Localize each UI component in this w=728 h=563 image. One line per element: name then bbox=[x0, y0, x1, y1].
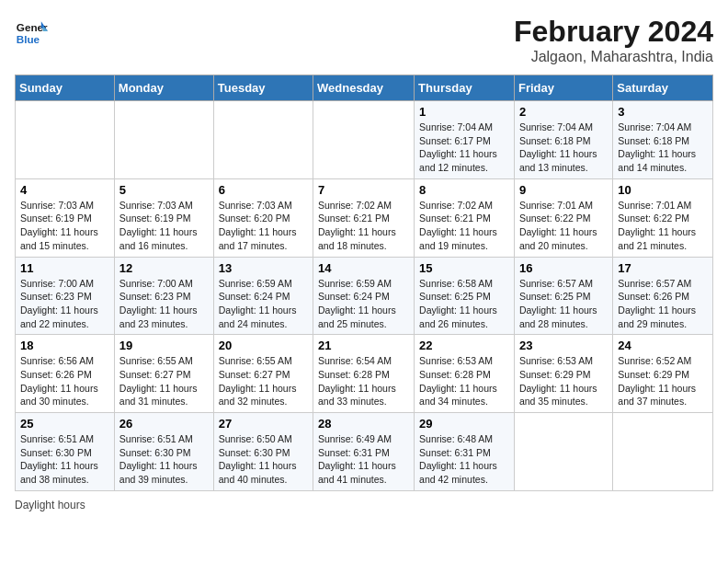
day-number: 14 bbox=[318, 261, 409, 275]
day-info: Sunrise: 7:02 AMSunset: 6:21 PMDaylight:… bbox=[318, 199, 409, 253]
day-info: Sunrise: 6:49 AMSunset: 6:31 PMDaylight:… bbox=[318, 432, 409, 487]
day-number: 20 bbox=[219, 339, 308, 352]
svg-text:Blue: Blue bbox=[17, 33, 40, 45]
calendar-subtitle: Jalgaon, Maharashtra, India bbox=[514, 49, 713, 65]
week-row-1: 1Sunrise: 7:04 AMSunset: 6:17 PMDaylight… bbox=[16, 101, 713, 179]
day-info: Sunrise: 6:57 AMSunset: 6:26 PMDaylight:… bbox=[618, 277, 708, 331]
day-info: Sunrise: 6:55 AMSunset: 6:27 PMDaylight:… bbox=[219, 354, 308, 408]
calendar-cell: 5Sunrise: 7:03 AMSunset: 6:19 PMDaylight… bbox=[114, 178, 213, 257]
day-header-saturday: Saturday bbox=[613, 75, 713, 101]
day-number: 22 bbox=[419, 339, 509, 352]
day-header-sunday: Sunday bbox=[16, 75, 115, 101]
day-info: Sunrise: 6:52 AMSunset: 6:29 PMDaylight:… bbox=[618, 354, 708, 408]
day-header-tuesday: Tuesday bbox=[213, 75, 313, 101]
calendar-cell bbox=[514, 413, 612, 491]
day-number: 6 bbox=[219, 183, 308, 197]
day-info: Sunrise: 7:02 AMSunset: 6:21 PMDaylight:… bbox=[419, 199, 509, 253]
day-info: Sunrise: 6:55 AMSunset: 6:27 PMDaylight:… bbox=[119, 354, 209, 408]
week-row-3: 11Sunrise: 7:00 AMSunset: 6:23 PMDayligh… bbox=[16, 257, 713, 335]
day-info: Sunrise: 7:04 AMSunset: 6:17 PMDaylight:… bbox=[419, 121, 509, 175]
day-number: 9 bbox=[519, 183, 608, 197]
calendar-table: SundayMondayTuesdayWednesdayThursdayFrid… bbox=[15, 75, 713, 491]
calendar-cell: 22Sunrise: 6:53 AMSunset: 6:28 PMDayligh… bbox=[415, 335, 515, 413]
day-number: 10 bbox=[618, 183, 708, 197]
day-info: Sunrise: 7:04 AMSunset: 6:18 PMDaylight:… bbox=[618, 121, 708, 175]
day-number: 7 bbox=[318, 183, 409, 197]
day-info: Sunrise: 6:57 AMSunset: 6:25 PMDaylight:… bbox=[519, 277, 608, 331]
day-number: 17 bbox=[618, 261, 708, 275]
day-number: 27 bbox=[219, 417, 308, 431]
calendar-cell bbox=[613, 413, 713, 491]
day-number: 23 bbox=[519, 339, 608, 352]
calendar-cell: 1Sunrise: 7:04 AMSunset: 6:17 PMDaylight… bbox=[415, 101, 515, 179]
calendar-cell: 10Sunrise: 7:01 AMSunset: 6:22 PMDayligh… bbox=[613, 178, 713, 257]
calendar-body: 1Sunrise: 7:04 AMSunset: 6:17 PMDaylight… bbox=[16, 101, 713, 491]
day-info: Sunrise: 6:50 AMSunset: 6:30 PMDaylight:… bbox=[219, 432, 308, 487]
day-info: Sunrise: 7:00 AMSunset: 6:23 PMDaylight:… bbox=[20, 277, 109, 331]
week-row-2: 4Sunrise: 7:03 AMSunset: 6:19 PMDaylight… bbox=[16, 178, 713, 257]
calendar-cell: 19Sunrise: 6:55 AMSunset: 6:27 PMDayligh… bbox=[114, 335, 213, 413]
day-info: Sunrise: 6:56 AMSunset: 6:26 PMDaylight:… bbox=[20, 354, 109, 408]
day-info: Sunrise: 6:53 AMSunset: 6:28 PMDaylight:… bbox=[419, 354, 509, 408]
calendar-cell: 20Sunrise: 6:55 AMSunset: 6:27 PMDayligh… bbox=[213, 335, 313, 413]
calendar-cell: 2Sunrise: 7:04 AMSunset: 6:18 PMDaylight… bbox=[514, 101, 612, 179]
day-info: Sunrise: 7:03 AMSunset: 6:20 PMDaylight:… bbox=[219, 199, 308, 253]
calendar-cell: 18Sunrise: 6:56 AMSunset: 6:26 PMDayligh… bbox=[16, 335, 115, 413]
day-number: 21 bbox=[318, 339, 409, 352]
day-info: Sunrise: 6:53 AMSunset: 6:29 PMDaylight:… bbox=[519, 354, 608, 408]
day-number: 29 bbox=[419, 417, 509, 431]
calendar-cell bbox=[313, 101, 415, 179]
calendar-cell: 29Sunrise: 6:48 AMSunset: 6:31 PMDayligh… bbox=[415, 413, 515, 491]
day-number: 26 bbox=[119, 417, 209, 431]
calendar-cell bbox=[114, 101, 213, 179]
day-number: 12 bbox=[119, 261, 209, 275]
day-info: Sunrise: 7:04 AMSunset: 6:18 PMDaylight:… bbox=[519, 121, 608, 175]
calendar-cell: 21Sunrise: 6:54 AMSunset: 6:28 PMDayligh… bbox=[313, 335, 415, 413]
day-number: 19 bbox=[119, 339, 209, 352]
calendar-cell: 9Sunrise: 7:01 AMSunset: 6:22 PMDaylight… bbox=[514, 178, 612, 257]
calendar-cell: 8Sunrise: 7:02 AMSunset: 6:21 PMDaylight… bbox=[415, 178, 515, 257]
calendar-cell: 14Sunrise: 6:59 AMSunset: 6:24 PMDayligh… bbox=[313, 257, 415, 335]
day-info: Sunrise: 7:03 AMSunset: 6:19 PMDaylight:… bbox=[20, 199, 109, 253]
calendar-cell: 24Sunrise: 6:52 AMSunset: 6:29 PMDayligh… bbox=[613, 335, 713, 413]
day-number: 24 bbox=[618, 339, 708, 352]
calendar-title: February 2024 bbox=[514, 15, 713, 49]
day-header-monday: Monday bbox=[114, 75, 213, 101]
day-number: 1 bbox=[419, 105, 509, 119]
day-info: Sunrise: 6:54 AMSunset: 6:28 PMDaylight:… bbox=[318, 354, 409, 408]
calendar-cell bbox=[213, 101, 313, 179]
logo: General Blue bbox=[15, 15, 48, 48]
calendar-cell: 12Sunrise: 7:00 AMSunset: 6:23 PMDayligh… bbox=[114, 257, 213, 335]
calendar-cell: 6Sunrise: 7:03 AMSunset: 6:20 PMDaylight… bbox=[213, 178, 313, 257]
calendar-header-row: SundayMondayTuesdayWednesdayThursdayFrid… bbox=[16, 75, 713, 101]
day-header-friday: Friday bbox=[514, 75, 612, 101]
calendar-cell: 7Sunrise: 7:02 AMSunset: 6:21 PMDaylight… bbox=[313, 178, 415, 257]
calendar-cell: 16Sunrise: 6:57 AMSunset: 6:25 PMDayligh… bbox=[514, 257, 612, 335]
calendar-cell: 3Sunrise: 7:04 AMSunset: 6:18 PMDaylight… bbox=[613, 101, 713, 179]
day-number: 13 bbox=[219, 261, 308, 275]
calendar-cell: 13Sunrise: 6:59 AMSunset: 6:24 PMDayligh… bbox=[213, 257, 313, 335]
calendar-cell: 17Sunrise: 6:57 AMSunset: 6:26 PMDayligh… bbox=[613, 257, 713, 335]
calendar-cell: 27Sunrise: 6:50 AMSunset: 6:30 PMDayligh… bbox=[213, 413, 313, 491]
page-header: General Blue February 2024 Jalgaon, Maha… bbox=[15, 15, 713, 65]
calendar-cell: 11Sunrise: 7:00 AMSunset: 6:23 PMDayligh… bbox=[16, 257, 115, 335]
title-section: February 2024 Jalgaon, Maharashtra, Indi… bbox=[514, 15, 713, 65]
calendar-cell: 25Sunrise: 6:51 AMSunset: 6:30 PMDayligh… bbox=[16, 413, 115, 491]
calendar-cell: 28Sunrise: 6:49 AMSunset: 6:31 PMDayligh… bbox=[313, 413, 415, 491]
day-number: 16 bbox=[519, 261, 608, 275]
day-number: 15 bbox=[419, 261, 509, 275]
day-number: 3 bbox=[618, 105, 708, 119]
day-header-wednesday: Wednesday bbox=[313, 75, 415, 101]
daylight-label: Daylight hours bbox=[15, 499, 85, 511]
day-number: 25 bbox=[20, 417, 109, 431]
calendar-cell bbox=[16, 101, 115, 179]
day-number: 2 bbox=[519, 105, 608, 119]
calendar-cell: 23Sunrise: 6:53 AMSunset: 6:29 PMDayligh… bbox=[514, 335, 612, 413]
day-number: 28 bbox=[318, 417, 409, 431]
day-info: Sunrise: 6:59 AMSunset: 6:24 PMDaylight:… bbox=[219, 277, 308, 331]
calendar-cell: 4Sunrise: 7:03 AMSunset: 6:19 PMDaylight… bbox=[16, 178, 115, 257]
calendar-cell: 15Sunrise: 6:58 AMSunset: 6:25 PMDayligh… bbox=[415, 257, 515, 335]
day-info: Sunrise: 6:51 AMSunset: 6:30 PMDaylight:… bbox=[20, 432, 109, 487]
day-header-thursday: Thursday bbox=[415, 75, 515, 101]
day-number: 4 bbox=[20, 183, 109, 197]
